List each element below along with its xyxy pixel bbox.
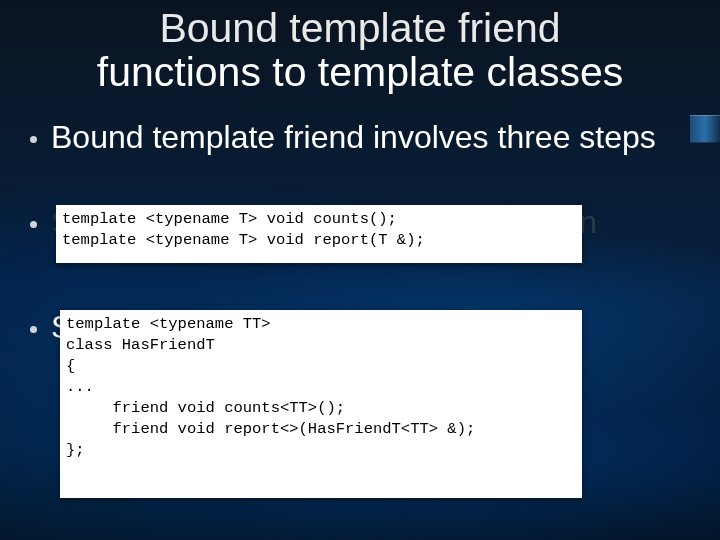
accent-bar (690, 115, 720, 143)
bullet-dot-icon (30, 326, 37, 333)
code-block-1: template <typename T> void counts(); tem… (56, 205, 582, 263)
slide: Bound template friend functions to templ… (0, 0, 720, 540)
title-line-2: functions to template classes (97, 49, 623, 95)
slide-title: Bound template friend functions to templ… (0, 6, 720, 95)
code-block-2: template <typename TT> class HasFriendT … (60, 310, 582, 498)
title-line-1: Bound template friend (159, 5, 560, 51)
bullet-list: Bound template friend involves three ste… (30, 120, 690, 162)
bullet-dot-icon (30, 221, 37, 228)
bullet-1: Bound template friend involves three ste… (30, 120, 690, 156)
bullet-dot-icon (30, 136, 37, 143)
bullet-1-text: Bound template friend involves three ste… (51, 120, 656, 156)
